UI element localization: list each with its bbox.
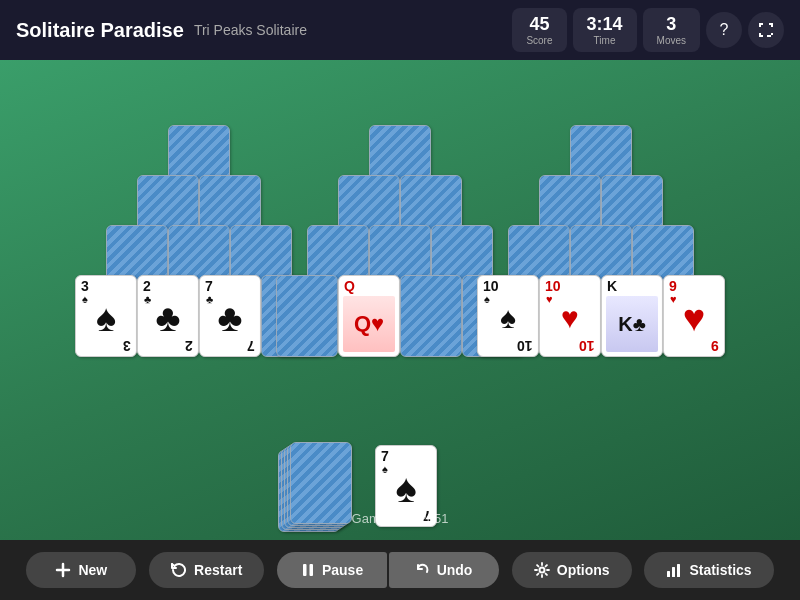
game-area: 3 ♠ ♠ 3 2 ♣ ♣ 2 7 ♣ ♣ 7 Q ♥ Q♥	[0, 60, 800, 540]
gear-icon	[534, 562, 550, 578]
card-2-clubs[interactable]: 2 ♣ ♣ 2	[137, 275, 199, 357]
card-3-spades[interactable]: 3 ♠ ♠ 3	[75, 275, 137, 357]
svg-rect-0	[303, 564, 307, 576]
card-10-spades[interactable]: 10 ♠ ♠ 10	[477, 275, 539, 357]
pause-button[interactable]: Pause	[277, 552, 387, 588]
score-value: 45	[526, 14, 552, 36]
svg-rect-5	[677, 564, 680, 577]
card-9-hearts[interactable]: 9 ♥ ♥ 9	[663, 275, 725, 357]
time-label: Time	[587, 35, 623, 46]
svg-point-2	[539, 568, 544, 573]
svg-rect-3	[667, 571, 670, 577]
card-king-clubs[interactable]: K ♣ K♣	[601, 275, 663, 357]
time-box: 3:14 Time	[573, 8, 637, 53]
score-box: 45 Score	[512, 8, 566, 53]
header: Solitaire Paradise Tri Peaks Solitaire 4…	[0, 0, 800, 60]
card-10-hearts[interactable]: 10 ♥ ♥ 10	[539, 275, 601, 357]
pause-icon	[301, 563, 315, 577]
game-number: Game #2842651	[352, 511, 449, 526]
header-left: Solitaire Paradise Tri Peaks Solitaire	[16, 19, 307, 42]
card-queen-hearts[interactable]: Q ♥ Q♥	[338, 275, 400, 357]
undo-icon	[416, 563, 430, 577]
bottom-bar: New Restart Pause Undo Opti	[0, 540, 800, 600]
game-subtitle: Tri Peaks Solitaire	[194, 22, 307, 38]
header-right: 45 Score 3:14 Time 3 Moves ?	[512, 8, 784, 53]
moves-box: 3 Moves	[643, 8, 700, 53]
card-back[interactable]	[400, 275, 462, 357]
statistics-button[interactable]: Statistics	[644, 552, 773, 588]
undo-button[interactable]: Undo	[389, 552, 499, 588]
restart-icon	[171, 562, 187, 578]
pause-undo-group: Pause Undo	[277, 552, 499, 588]
help-button[interactable]: ?	[706, 12, 742, 48]
moves-value: 3	[657, 14, 686, 36]
card-7-clubs[interactable]: 7 ♣ ♣ 7	[199, 275, 261, 357]
options-button[interactable]: Options	[512, 552, 632, 588]
fullscreen-button[interactable]	[748, 12, 784, 48]
score-label: Score	[526, 35, 552, 46]
svg-rect-1	[309, 564, 313, 576]
plus-icon	[55, 562, 71, 578]
card-back[interactable]	[276, 275, 338, 357]
restart-button[interactable]: Restart	[149, 552, 264, 588]
new-button[interactable]: New	[26, 552, 136, 588]
svg-rect-4	[672, 567, 675, 577]
moves-label: Moves	[657, 35, 686, 46]
time-value: 3:14	[587, 14, 623, 36]
statistics-icon	[666, 562, 682, 578]
app-title: Solitaire Paradise	[16, 19, 184, 42]
